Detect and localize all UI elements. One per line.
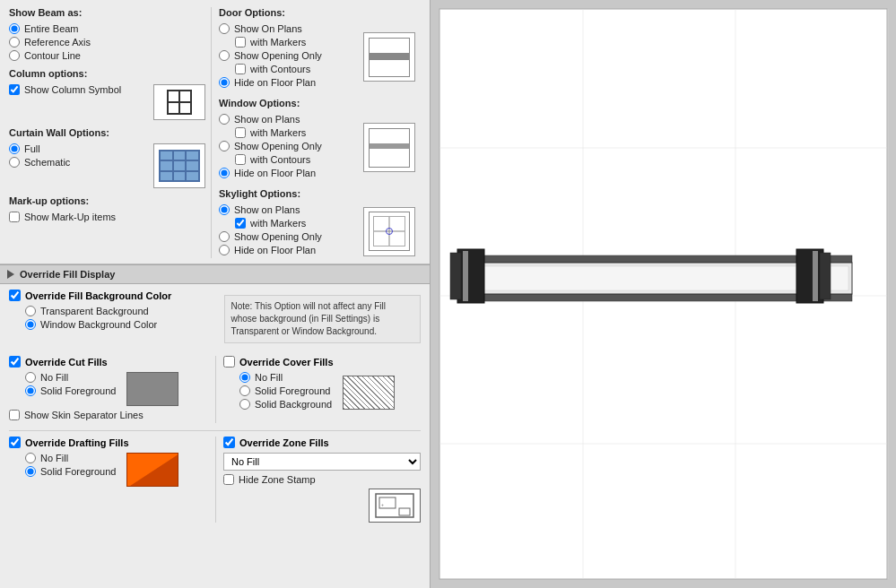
- skylight-hide[interactable]: Hide on Floor Plan: [219, 245, 351, 255]
- markup-block: Mark-up options: Show Mark-Up items: [9, 195, 211, 222]
- curtain-grid-icon: [159, 150, 200, 182]
- zone-icon: +: [374, 492, 415, 519]
- door-options-block: Door Options: Show On Plans with Markers: [219, 7, 421, 91]
- skylight-with-markers[interactable]: with Markers: [235, 218, 351, 229]
- door-preview: [358, 23, 421, 91]
- column-preview-box: [153, 84, 205, 120]
- window-bg-option[interactable]: Window Background Color: [25, 319, 206, 330]
- top-options-row: Show Beam as: Entire Beam Reference Axis…: [9, 7, 421, 258]
- override-fill-bg-checkbox[interactable]: [9, 290, 21, 301]
- cover-fills-preview-box: [343, 376, 395, 410]
- window-options-row: Show on Plans with Markers Show Opening …: [219, 114, 421, 181]
- column-options-title: Column options:: [9, 68, 211, 79]
- skylight-options-row: Show on Plans with Markers Show Opening …: [219, 204, 421, 258]
- skylight-show-opening[interactable]: Show Opening Only: [219, 231, 351, 242]
- svg-rect-5: [399, 508, 410, 515]
- window-options-title: Window Options:: [219, 98, 421, 108]
- beam-entire[interactable]: Entire Beam: [9, 23, 211, 34]
- cover-no-fill[interactable]: No Fill: [239, 372, 332, 383]
- door-show-opening[interactable]: Show Opening Only: [219, 50, 351, 61]
- override-fill-section: Override Fill Background Color Transpare…: [0, 284, 430, 528]
- drafting-solid-fg[interactable]: Solid Foreground: [25, 466, 116, 477]
- show-skin-separator[interactable]: Show Skin Separator Lines: [9, 410, 206, 420]
- door-preview-box: [363, 32, 415, 82]
- cut-fills-title: Override Cut Fills: [9, 356, 206, 368]
- curtain-full[interactable]: Full: [9, 143, 141, 154]
- curtain-wall-block: Curtain Wall Options: Full Schematic: [9, 127, 211, 188]
- cover-fills-options: No Fill Solid Foreground Solid Backgroun…: [223, 372, 332, 412]
- skylight-preview-box: [363, 207, 415, 256]
- curtain-preview: [148, 143, 211, 188]
- window-preview-box: [363, 123, 415, 172]
- cover-solid-bg[interactable]: Solid Background: [239, 399, 332, 410]
- show-column-symbol[interactable]: Show Column Symbol: [9, 84, 141, 95]
- top-options-section: Show Beam as: Entire Beam Reference Axis…: [0, 0, 430, 264]
- skylight-options-title: Skylight Options:: [219, 188, 421, 199]
- drafting-fills-checkbox[interactable]: [9, 437, 21, 448]
- show-markup-items[interactable]: Show Mark-Up items: [9, 212, 211, 222]
- cut-fills-checkbox[interactable]: [9, 356, 21, 368]
- svg-rect-15: [466, 294, 852, 301]
- left-panel: Show Beam as: Entire Beam Reference Axis…: [0, 0, 431, 588]
- cover-fills-options-row: No Fill Solid Foreground Solid Backgroun…: [223, 372, 421, 412]
- skylight-option-list: Show on Plans with Markers Show Opening …: [219, 204, 351, 258]
- cut-no-fill[interactable]: No Fill: [25, 372, 116, 383]
- window-with-contours[interactable]: with Contours: [235, 154, 351, 165]
- zone-fills-title: Override Zone Fills: [223, 437, 421, 448]
- cover-fills-checkbox[interactable]: [223, 356, 235, 368]
- zone-fills-checkbox[interactable]: [223, 437, 235, 448]
- door-with-markers[interactable]: with Markers: [235, 37, 351, 48]
- drafting-fills-preview-box: [126, 453, 178, 487]
- drafting-fills-title: Override Drafting Fills: [9, 437, 206, 448]
- door-with-contours[interactable]: with Contours: [235, 64, 351, 74]
- curtain-wall-options: Full Schematic: [9, 143, 141, 188]
- svg-rect-19: [450, 253, 461, 299]
- triangle-icon: [7, 270, 14, 279]
- hide-zone-stamp[interactable]: Hide Zone Stamp: [223, 474, 421, 485]
- right-col: Door Options: Show On Plans with Markers: [211, 7, 421, 258]
- svg-rect-20: [796, 249, 823, 303]
- cover-fills-preview: [339, 372, 395, 412]
- drafting-zone-row: Override Drafting Fills No Fill Solid Fo…: [9, 430, 421, 523]
- left-col: Show Beam as: Entire Beam Reference Axis…: [9, 7, 211, 225]
- drafting-fills-col: Override Drafting Fills No Fill Solid Fo…: [9, 437, 206, 523]
- transparent-bg-option[interactable]: Transparent Background: [25, 306, 206, 316]
- beam-contour[interactable]: Contour Line: [9, 50, 211, 61]
- curtain-wall-row: Full Schematic: [9, 143, 211, 188]
- window-hide[interactable]: Hide on Floor Plan: [219, 168, 351, 178]
- window-show-opening[interactable]: Show Opening Only: [219, 141, 351, 151]
- column-preview: [148, 84, 211, 120]
- beam-reference[interactable]: Reference Axis: [9, 37, 211, 48]
- cut-fills-options: No Fill Solid Foreground: [9, 372, 116, 406]
- door-option-list: Show On Plans with Markers Show Opening …: [219, 23, 351, 91]
- window-options-block: Window Options: Show on Plans with Marke…: [219, 98, 421, 181]
- drafting-no-fill[interactable]: No Fill: [25, 453, 116, 463]
- svg-rect-21: [820, 253, 831, 299]
- cover-solid-fg[interactable]: Solid Foreground: [239, 385, 332, 396]
- override-fill-header: Override Fill Display: [0, 264, 430, 284]
- override-fill-bg-row: Override Fill Background Color Transpare…: [9, 290, 421, 349]
- skylight-show-on-plans[interactable]: Show on Plans: [219, 204, 351, 215]
- skylight-preview: [358, 204, 421, 258]
- column-options-block: Column options: Show Column Symbol: [9, 68, 211, 120]
- cut-fills-options-row: No Fill Solid Foreground: [9, 372, 206, 406]
- column-symbol-icon: [167, 90, 192, 115]
- window-with-markers[interactable]: with Markers: [235, 127, 351, 138]
- window-show-on-plans[interactable]: Show on Plans: [219, 114, 351, 125]
- override-fill-title: Override Fill Display: [20, 269, 115, 280]
- window-icon: [369, 128, 410, 168]
- drafting-fills-options: No Fill Solid Foreground: [9, 453, 116, 487]
- door-options-row: Show On Plans with Markers Show Opening …: [219, 23, 421, 91]
- override-fill-bg-title: Override Fill Background Color: [9, 290, 206, 301]
- drafting-fills-options-row: No Fill Solid Foreground: [9, 453, 206, 487]
- override-fill-bg-col: Override Fill Background Color Transpare…: [9, 290, 206, 349]
- curtain-schematic[interactable]: Schematic: [9, 157, 141, 168]
- cut-fills-preview: [123, 372, 178, 406]
- door-hide[interactable]: Hide on Floor Plan: [219, 77, 351, 88]
- cut-solid-fg[interactable]: Solid Foreground: [25, 385, 116, 396]
- door-show-on-plans[interactable]: Show On Plans: [219, 23, 351, 34]
- zone-fills-preview-box: +: [369, 489, 421, 523]
- svg-rect-23: [813, 251, 818, 301]
- zone-fill-dropdown[interactable]: No Fill Solid Foreground Solid Backgroun…: [223, 453, 421, 471]
- column-options-row: Show Column Symbol: [9, 84, 211, 120]
